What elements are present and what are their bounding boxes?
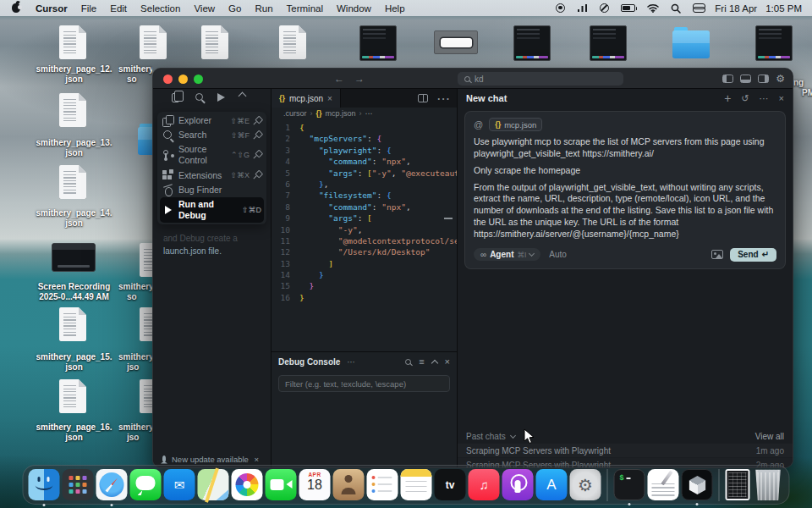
menubar-clock-time[interactable]: 1:05 PM: [765, 3, 802, 14]
update-banner[interactable]: New update available ×: [161, 455, 267, 464]
notes-dock-icon[interactable]: [401, 469, 432, 500]
menubar-item[interactable]: Go: [222, 3, 248, 14]
trash-dock-icon[interactable]: [753, 469, 784, 500]
desktop-file-icon[interactable]: [279, 25, 306, 59]
menubar-item[interactable]: Help: [378, 3, 412, 14]
desktop-file-icon[interactable]: [59, 25, 86, 59]
menubar-item[interactable]: Window: [330, 3, 378, 14]
toggle-right-panel-icon[interactable]: [758, 75, 769, 84]
desktop-file-icon[interactable]: [201, 25, 228, 59]
minimize-window-button[interactable]: [178, 75, 188, 84]
downloads-stack-icon[interactable]: [726, 469, 750, 500]
debug-filter-input[interactable]: [278, 375, 450, 392]
terminal-dock-icon[interactable]: $: [614, 469, 645, 500]
clear-console-icon[interactable]: ≡: [419, 356, 424, 367]
desktop-screenshot-icon[interactable]: [513, 25, 551, 61]
filter-search-icon[interactable]: [405, 359, 411, 365]
photos-dock-icon[interactable]: [232, 469, 263, 500]
past-chat-row[interactable]: Scraping MCP Servers with Playwright 1m …: [458, 444, 793, 457]
attach-image-icon[interactable]: [711, 250, 723, 259]
menubar-item[interactable]: Terminal: [280, 3, 330, 14]
back-button[interactable]: ←: [334, 69, 344, 89]
launch-json-link[interactable]: launch.json file.: [163, 245, 271, 257]
chat-message-text[interactable]: Use playwright mcp to scrape the list of…: [474, 136, 776, 240]
chat-close-icon[interactable]: ×: [779, 93, 784, 103]
desktop-file-icon[interactable]: [59, 307, 86, 341]
sidebar-menu-item[interactable]: Explorer ⇧⌘E: [160, 113, 264, 128]
gear-icon[interactable]: ⚙: [776, 74, 785, 84]
desktop-folder-icon[interactable]: [672, 30, 710, 58]
past-chats-label[interactable]: Past chats: [466, 432, 506, 441]
window-titlebar[interactable]: ← → kd ⚙: [153, 69, 793, 89]
contacts-dock-icon[interactable]: [333, 469, 365, 500]
screen-record-icon[interactable]: [556, 3, 565, 13]
split-editor-icon[interactable]: [418, 94, 428, 102]
spotlight-icon[interactable]: [671, 3, 681, 14]
mention-icon[interactable]: @: [474, 119, 483, 130]
close-panel-icon[interactable]: ×: [445, 356, 450, 367]
appstore-dock-icon[interactable]: A: [536, 469, 568, 500]
pin-icon[interactable]: [254, 117, 261, 125]
sidebar-menu-item[interactable]: Source Control ⌃⇧G: [160, 142, 264, 168]
podcasts-dock-icon[interactable]: [502, 469, 534, 500]
do-not-disturb-icon[interactable]: [600, 3, 609, 13]
pin-icon[interactable]: [254, 151, 261, 159]
agent-mode-selector[interactable]: ∞ Agent ⌘I: [474, 248, 540, 261]
toggle-left-panel-icon[interactable]: [722, 75, 733, 84]
menubar-item[interactable]: Selection: [134, 3, 187, 14]
wifi-icon[interactable]: [647, 3, 659, 13]
dock-divider[interactable]: [719, 469, 720, 501]
maximize-panel-icon[interactable]: [431, 359, 437, 366]
dock-divider[interactable]: [607, 469, 608, 501]
calendar-dock-icon[interactable]: APR 18: [299, 469, 331, 500]
search-icon[interactable]: [195, 93, 203, 101]
control-center-icon[interactable]: [693, 3, 704, 13]
pin-icon[interactable]: [254, 131, 261, 140]
close-tab-icon[interactable]: ×: [327, 94, 332, 103]
desktop-screenshot-icon[interactable]: [755, 25, 793, 61]
tab-mcp-json[interactable]: {} mcp.json ×: [272, 89, 341, 108]
sidebar-menu-item[interactable]: Extensions ⇧⌘X: [160, 168, 264, 183]
chat-more-icon[interactable]: ⋯: [760, 93, 769, 104]
menubar-item[interactable]: Edit: [103, 3, 134, 14]
chat-history-icon[interactable]: ↺: [741, 93, 749, 104]
textedit-dock-icon[interactable]: [648, 469, 679, 500]
desktop-screenshot-icon[interactable]: [434, 30, 478, 54]
launchpad-dock-icon[interactable]: [63, 469, 94, 500]
code-editor[interactable]: 1 { 2 "mcpServers": { 3: [272, 119, 457, 303]
cursor-dock-icon[interactable]: [682, 469, 713, 500]
run-icon[interactable]: [217, 93, 225, 102]
reminders-dock-icon[interactable]: [367, 469, 398, 500]
facetime-dock-icon[interactable]: [266, 469, 297, 500]
menubar-item[interactable]: Cursor: [29, 3, 74, 14]
safari-dock-icon[interactable]: [96, 469, 128, 500]
battery-icon[interactable]: [621, 4, 635, 12]
finder-dock-icon[interactable]: [29, 469, 60, 500]
files-icon[interactable]: [172, 93, 179, 102]
sidebar-menu-item[interactable]: Run and Debug ⇧⌘D: [160, 197, 264, 223]
pin-icon[interactable]: [254, 171, 261, 179]
close-window-button[interactable]: [163, 75, 173, 84]
settings-dock-icon[interactable]: ⚙: [570, 469, 601, 500]
mail-dock-icon[interactable]: ✉: [164, 469, 195, 500]
desktop-file-icon[interactable]: [140, 25, 167, 59]
view-all-link[interactable]: View all: [755, 432, 784, 441]
model-auto-selector[interactable]: Auto: [549, 250, 567, 259]
messages-dock-icon[interactable]: [130, 469, 162, 500]
window-search-field[interactable]: kd: [458, 72, 623, 86]
context-chip-mcp-json[interactable]: {} mcp.json: [489, 118, 542, 131]
menubar-item[interactable]: Run: [248, 3, 279, 14]
menubar-clock-date[interactable]: Fri 18 Apr: [715, 3, 757, 14]
desktop-video-icon[interactable]: [52, 243, 96, 272]
maps-dock-icon[interactable]: [198, 469, 229, 500]
collapse-icon[interactable]: [239, 92, 247, 101]
send-button[interactable]: Send ↵: [730, 248, 776, 262]
menubar-item[interactable]: View: [187, 3, 222, 14]
more-actions-icon[interactable]: ⋯: [436, 91, 450, 107]
toggle-bottom-panel-icon[interactable]: [740, 75, 751, 84]
sidebar-menu-item[interactable]: Search ⇧⌘F: [160, 128, 264, 142]
new-chat-icon[interactable]: +: [724, 91, 731, 105]
desktop-file-icon[interactable]: [59, 165, 86, 199]
appletv-dock-icon[interactable]: tv: [435, 469, 466, 500]
close-icon[interactable]: ×: [254, 455, 259, 464]
